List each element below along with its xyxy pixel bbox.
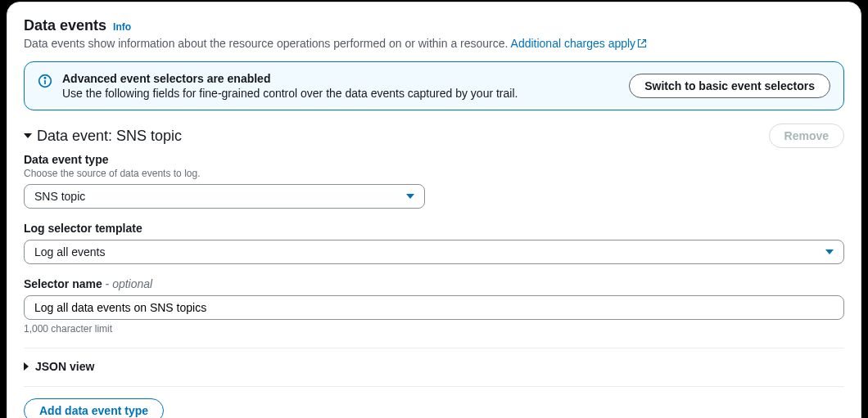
selector-name-label-row: Selector name - optional <box>24 277 844 290</box>
panel-title: Data events <box>24 17 106 34</box>
panel-description-text: Data events show information about the r… <box>24 37 511 50</box>
data-events-panel: Data events Info Data events show inform… <box>7 2 861 418</box>
selector-name-label: Selector name <box>24 277 102 290</box>
divider <box>24 348 844 348</box>
caret-down-icon <box>24 133 32 138</box>
data-event-type-label: Data event type <box>24 153 844 166</box>
alert-title: Advanced event selectors are enabled <box>62 72 619 85</box>
log-selector-template-label: Log selector template <box>24 222 844 235</box>
log-selector-template-select[interactable]: Log all events <box>24 240 844 264</box>
data-event-type-hint: Choose the source of data events to log. <box>24 168 844 179</box>
data-event-section-header: Data event: SNS topic Remove <box>24 124 844 148</box>
info-icon <box>38 74 52 88</box>
data-event-type-value: SNS topic <box>34 190 85 203</box>
log-selector-template-group: Log selector template Log all events <box>24 222 844 264</box>
alert-content: Advanced event selectors are enabled Use… <box>62 72 619 100</box>
switch-to-basic-button[interactable]: Switch to basic event selectors <box>629 74 830 98</box>
remove-button[interactable]: Remove <box>769 124 844 148</box>
external-link-icon <box>637 38 647 48</box>
chevron-down-icon <box>406 194 414 199</box>
info-link[interactable]: Info <box>113 21 131 33</box>
data-event-type-select[interactable]: SNS topic <box>24 184 425 209</box>
log-selector-template-value: Log all events <box>34 245 105 258</box>
selector-name-input[interactable] <box>24 295 844 320</box>
additional-charges-link[interactable]: Additional charges apply <box>511 37 648 50</box>
json-view-label: JSON view <box>35 360 94 373</box>
selector-name-hint: 1,000 character limit <box>24 323 844 335</box>
caret-right-icon <box>24 362 29 371</box>
divider <box>24 386 844 387</box>
data-event-type-group: Data event type Choose the source of dat… <box>24 153 844 209</box>
panel-description: Data events show information about the r… <box>24 37 844 50</box>
selector-name-group: Selector name - optional 1,000 character… <box>24 277 844 335</box>
section-title: Data event: SNS topic <box>37 128 182 145</box>
chevron-down-icon <box>825 249 834 254</box>
alert-text: Use the following fields for fine-graine… <box>62 87 619 100</box>
svg-point-2 <box>44 78 45 79</box>
add-data-event-type-button[interactable]: Add data event type <box>24 398 164 418</box>
json-view-toggle[interactable]: JSON view <box>24 360 844 373</box>
selector-name-optional: - optional <box>102 277 152 290</box>
section-toggle[interactable]: Data event: SNS topic <box>24 128 182 145</box>
panel-header: Data events Info <box>24 17 844 34</box>
advanced-selectors-alert: Advanced event selectors are enabled Use… <box>24 61 844 110</box>
